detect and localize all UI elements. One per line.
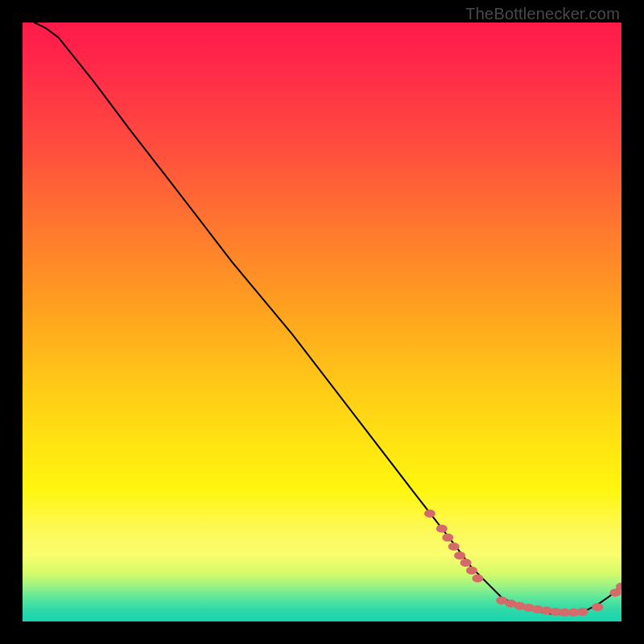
data-marker xyxy=(472,574,483,582)
chart-svg xyxy=(23,23,621,621)
data-marker xyxy=(448,543,460,551)
plot-area xyxy=(23,23,621,621)
data-marker xyxy=(454,551,465,559)
data-marker xyxy=(577,608,588,616)
data-marker xyxy=(592,603,603,611)
data-marker xyxy=(436,525,448,533)
chart-frame: TheBottlenecker.com xyxy=(0,0,644,644)
data-marker xyxy=(442,534,453,542)
curve-path xyxy=(35,23,621,614)
data-marker xyxy=(466,567,477,575)
data-marker xyxy=(460,559,472,567)
data-marker xyxy=(424,510,436,518)
watermark-text: TheBottlenecker.com xyxy=(465,5,620,23)
